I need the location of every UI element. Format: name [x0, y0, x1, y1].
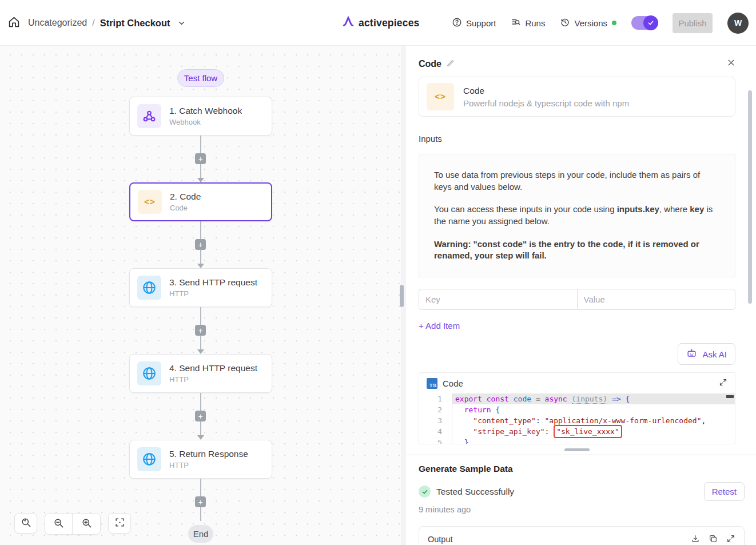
activepieces-logo: activepieces [342, 0, 420, 46]
flow-name[interactable]: Stript Checkout [100, 18, 170, 29]
inputs-help-box: To use data from previous steps in your … [419, 154, 735, 277]
api-key-annotation: "sk_live_xxxx" [554, 425, 622, 438]
step-card-http-1[interactable]: 3. Send HTTP request HTTP [129, 268, 272, 307]
code-editor-title: Code [443, 379, 463, 388]
toggle-check-icon [643, 15, 658, 30]
add-step-button[interactable]: + [195, 239, 206, 250]
list-search-icon [511, 17, 521, 29]
copy-output-button[interactable] [709, 534, 718, 545]
ask-ai-button[interactable]: Ask AI [678, 343, 735, 365]
piece-info-card: <> Code Powerful nodejs & typescript cod… [419, 77, 735, 117]
output-title: Output [428, 535, 453, 544]
section-resize-handle[interactable] [564, 448, 590, 451]
zoom-out-icon [53, 518, 64, 530]
chevron-down-icon[interactable] [177, 19, 186, 27]
versions-button[interactable]: Versions [560, 17, 607, 29]
version-status-dot [612, 21, 616, 25]
flow-enabled-toggle[interactable] [631, 16, 658, 30]
step-card-code[interactable]: <> 2. Code Code [129, 182, 272, 221]
step-settings-panel: Code <> Code Powerful [406, 46, 756, 545]
key-input[interactable] [419, 289, 577, 310]
support-label: Support [466, 18, 496, 28]
add-step-button[interactable]: + [195, 496, 206, 507]
help-warning: Warning: "const code" is the entry to th… [434, 238, 720, 262]
success-check-icon [419, 486, 431, 498]
typescript-badge: TS [427, 378, 437, 389]
robot-icon [686, 348, 697, 360]
step-title: 1. Catch Webhook [169, 106, 242, 116]
help-paragraph: To use data from previous steps in your … [434, 169, 720, 193]
step-title: 2. Code [170, 192, 201, 202]
publish-button[interactable]: Publish [673, 13, 713, 33]
help-paragraph: You can access these inputs in your code… [434, 204, 720, 227]
code-icon: <> [427, 83, 454, 110]
pencil-icon [446, 59, 455, 69]
flow-canvas[interactable]: Test flow 1. Catch Webhook Webhook + <> … [0, 46, 401, 545]
add-item-link[interactable]: + Add Item [419, 321, 460, 331]
expand-code-button[interactable] [719, 378, 727, 388]
connector-arrow-icon [197, 264, 204, 268]
close-panel-button[interactable] [727, 58, 735, 70]
zoom-reset-button[interactable] [14, 513, 37, 534]
add-step-button[interactable]: + [195, 325, 206, 336]
zoom-in-button[interactable] [73, 514, 100, 534]
output-panel: Output [419, 526, 745, 545]
home-button[interactable] [8, 16, 20, 30]
add-step-button[interactable]: + [195, 411, 206, 421]
test-flow-button[interactable]: Test flow [177, 69, 224, 87]
download-icon [691, 534, 700, 545]
app-window: Uncategorized / Stript Checkout activepi… [0, 0, 756, 545]
globe-icon [137, 447, 161, 471]
code-glyph: <> [435, 92, 446, 102]
retest-button[interactable]: Retest [704, 482, 745, 501]
step-subtitle: HTTP [169, 461, 248, 470]
download-output-button[interactable] [691, 534, 700, 545]
expand-icon [726, 534, 735, 545]
panel-scroll-area: Code <> Code Powerful [406, 46, 756, 451]
breadcrumb-separator: / [92, 18, 94, 28]
ask-ai-label: Ask AI [702, 349, 727, 359]
step-title: 4. Send HTTP request [169, 363, 257, 373]
globe-icon [137, 276, 161, 300]
test-timestamp: 9 minutes ago [419, 505, 745, 514]
panel-scrollbar-thumb[interactable] [748, 90, 752, 304]
logo-text: activepieces [359, 17, 420, 29]
canvas-toolbar [14, 513, 131, 535]
code-line: 2 return { [419, 404, 735, 415]
avatar[interactable]: W [727, 13, 749, 34]
value-input[interactable] [577, 289, 736, 310]
inputs-heading: Inputs [419, 134, 735, 144]
edit-name-button[interactable] [446, 59, 455, 69]
code-glyph: <> [144, 197, 156, 207]
add-step-button[interactable]: + [195, 153, 206, 164]
step-card-http-2[interactable]: 4. Send HTTP request HTTP [129, 354, 272, 393]
piece-name: Code [463, 86, 629, 96]
key-value-row [419, 289, 735, 310]
close-icon [727, 58, 735, 69]
sample-data-heading: Generate Sample Data [419, 464, 745, 474]
code-line: 4 "stripe_api_key": "sk_live_xxxx" [419, 426, 735, 437]
panel-resize-handle[interactable] [400, 285, 404, 307]
activepieces-logo-icon [342, 15, 355, 30]
history-icon [560, 17, 570, 29]
home-icon [8, 16, 20, 30]
zoom-in-icon [81, 518, 92, 530]
expand-output-button[interactable] [726, 534, 735, 545]
copy-icon [709, 534, 718, 545]
breadcrumb-category[interactable]: Uncategorized [28, 18, 87, 28]
step-subtitle: Webhook [169, 118, 242, 126]
zoom-reset-icon [21, 517, 31, 530]
support-button[interactable]: Support [452, 17, 496, 29]
fit-view-button[interactable] [108, 513, 131, 534]
code-text-area[interactable]: 1 export const code = async (inputs) => … [419, 393, 735, 444]
step-card-catch-webhook[interactable]: 1. Catch Webhook Webhook [129, 97, 272, 136]
code-line: 5 } [419, 437, 735, 444]
step-subtitle: Code [170, 204, 201, 212]
step-title: 3. Send HTTP request [169, 277, 257, 288]
fit-view-icon [114, 517, 125, 530]
connector-arrow-icon [197, 349, 204, 354]
zoom-out-button[interactable] [45, 514, 73, 534]
runs-button[interactable]: Runs [511, 17, 545, 29]
code-scrollbar-thumb[interactable] [726, 395, 734, 398]
step-card-return-response[interactable]: 5. Return Response HTTP [129, 440, 272, 479]
